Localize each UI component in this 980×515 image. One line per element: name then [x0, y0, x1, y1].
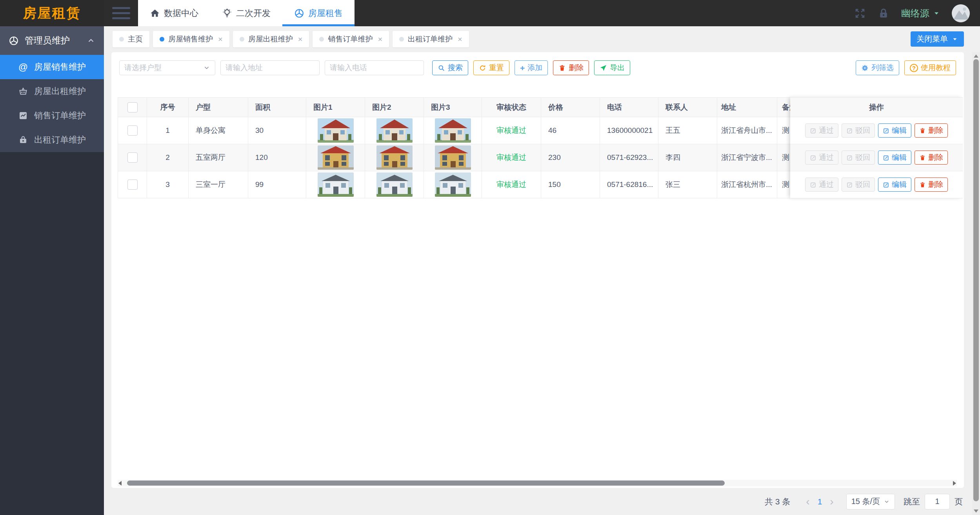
edit-square-icon: [846, 181, 853, 188]
cell-area: 120: [248, 144, 306, 171]
row-checkbox[interactable]: [127, 125, 138, 136]
edit-button[interactable]: 编辑: [878, 123, 911, 138]
col-header-img2: 图片2: [365, 97, 424, 117]
add-button[interactable]: + 添加: [515, 60, 548, 75]
jump-label: 跳至: [904, 496, 920, 507]
tutorial-button[interactable]: ? 使用教程: [904, 60, 956, 75]
tab-home[interactable]: 主页: [113, 31, 149, 47]
table-row: 1 单身公寓 30 审核通过 46 13600000021 王五 浙江省舟山市.…: [118, 117, 790, 144]
row-checkbox[interactable]: [127, 152, 138, 163]
sidebar-item-house-rent[interactable]: 房屋出租维护: [0, 79, 104, 103]
reject-button[interactable]: 驳回: [842, 151, 875, 165]
close-icon[interactable]: ×: [458, 35, 462, 44]
select-all-cell: [118, 97, 147, 117]
reject-button[interactable]: 驳回: [842, 123, 875, 138]
total-count: 共 3 条: [765, 496, 790, 507]
edit-button[interactable]: 编辑: [878, 151, 911, 165]
select-all-checkbox[interactable]: [127, 102, 138, 112]
nav-item-secondary-dev[interactable]: 二次开发: [210, 0, 282, 26]
close-icon[interactable]: ×: [218, 35, 223, 44]
lock-icon[interactable]: [878, 7, 889, 19]
column-filter-button[interactable]: 列筛选: [856, 60, 899, 75]
delete-row-button[interactable]: 删除: [915, 123, 948, 138]
pagination-bar: 共 3 条 ‹ 1 › 15 条/页 跳至 页: [104, 488, 980, 515]
approve-button[interactable]: 通过: [805, 123, 838, 138]
vertical-scrollbar-thumb[interactable]: [973, 59, 979, 501]
tab-house-rent[interactable]: 房屋出租维护 ×: [233, 31, 309, 47]
prev-page-button[interactable]: ‹: [800, 496, 815, 507]
col-header-price: 价格: [541, 97, 600, 117]
sidebar-group-label: 管理员维护: [25, 34, 70, 47]
trash-icon: [919, 181, 926, 188]
cell-remark: 测: [777, 144, 790, 171]
sidebar-item-sale-orders[interactable]: 销售订单维护: [0, 103, 104, 128]
jump-page-input[interactable]: [925, 494, 950, 510]
lightbulb-icon: [222, 8, 232, 18]
sidebar-toggle-button[interactable]: [104, 0, 138, 26]
plus-icon: +: [520, 64, 525, 72]
scroll-right-arrow-icon[interactable]: [953, 481, 956, 486]
search-button[interactable]: 搜索: [432, 60, 468, 75]
sidebar-item-rent-orders[interactable]: 出租订单维护: [0, 128, 104, 152]
chart-icon: [18, 111, 28, 121]
close-icon[interactable]: ×: [298, 35, 303, 44]
phone-input[interactable]: [325, 60, 424, 75]
delete-row-button[interactable]: 删除: [915, 178, 948, 192]
scroll-down-arrow-icon[interactable]: [974, 510, 978, 513]
trash-icon: [919, 127, 926, 134]
trash-icon: [919, 154, 926, 161]
tab-sale-orders[interactable]: 销售订单维护 ×: [313, 31, 389, 47]
fullscreen-icon[interactable]: [854, 7, 866, 19]
house-photo: [318, 145, 354, 170]
approve-button[interactable]: 通过: [805, 178, 838, 192]
tab-label: 房屋出租维护: [248, 34, 293, 44]
nav-item-house-rental[interactable]: 房屋租售: [282, 0, 355, 26]
next-page-button[interactable]: ›: [824, 496, 839, 507]
horizontal-scrollbar-thumb[interactable]: [127, 481, 725, 486]
cell-type: 五室两厅: [189, 144, 248, 171]
page-number[interactable]: 1: [815, 497, 825, 506]
scroll-left-arrow-icon[interactable]: [118, 481, 122, 486]
cell-img1: [306, 171, 365, 198]
row-checkbox[interactable]: [127, 180, 138, 190]
close-icon[interactable]: ×: [378, 35, 382, 44]
reject-button[interactable]: 驳回: [842, 178, 875, 192]
sidebar-group-admin[interactable]: 管理员维护: [0, 26, 104, 55]
sidebar-item-house-sale[interactable]: @ 房屋销售维护: [0, 55, 104, 79]
cell-img2: [365, 117, 424, 144]
cell-seq: 3: [147, 171, 189, 198]
edit-square-icon: [846, 154, 853, 161]
at-circle-icon: @: [18, 62, 28, 72]
export-button[interactable]: 导出: [594, 60, 630, 75]
nav-item-data-center[interactable]: 数据中心: [138, 0, 210, 26]
house-type-select[interactable]: 请选择户型: [119, 60, 215, 75]
tab-rent-orders[interactable]: 出租订单维护 ×: [393, 31, 469, 47]
edit-button[interactable]: 编辑: [878, 178, 911, 192]
chevron-up-icon: [87, 36, 95, 45]
address-input[interactable]: [220, 60, 320, 75]
cell-area: 30: [248, 117, 306, 144]
scroll-up-arrow-icon[interactable]: [974, 54, 978, 58]
avatar[interactable]: [952, 4, 970, 22]
page-size-select[interactable]: 15 条/页: [846, 494, 895, 510]
sidebar-item-label: 房屋出租维护: [34, 85, 86, 97]
tab-house-sale[interactable]: 房屋销售维护 ×: [153, 31, 229, 47]
tab-dot-icon: [319, 37, 324, 42]
sidebar: 管理员维护 @ 房屋销售维护 房屋出租维护 销售订单维护 出租订单维护: [0, 26, 104, 515]
filter-right-group: 列筛选 ? 使用教程: [856, 60, 956, 75]
house-photo: [435, 118, 471, 143]
approve-button[interactable]: 通过: [805, 151, 838, 165]
horizontal-scrollbar[interactable]: [118, 480, 957, 486]
delete-row-button[interactable]: 删除: [915, 151, 948, 165]
select-placeholder: 请选择户型: [124, 63, 162, 73]
reset-button[interactable]: 重置: [473, 60, 509, 75]
vertical-scrollbar[interactable]: [972, 52, 980, 515]
col-header-img3: 图片3: [424, 97, 482, 117]
content-card: 请选择户型 搜索 重置 + 添加: [111, 52, 964, 488]
page-unit-label: 页: [955, 496, 963, 507]
close-menu-button[interactable]: 关闭菜单: [911, 31, 964, 47]
table-row: 3 三室一厅 99 审核通过 150 0571-62816... 张三 浙江省杭…: [118, 171, 790, 198]
user-menu[interactable]: 幽络源: [901, 7, 940, 20]
edit-square-icon: [883, 127, 889, 134]
delete-button[interactable]: 删除: [553, 60, 589, 75]
